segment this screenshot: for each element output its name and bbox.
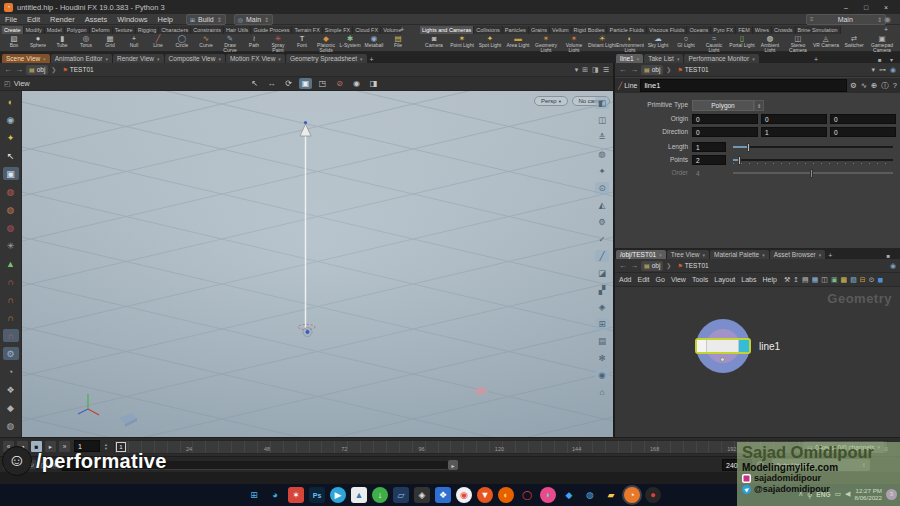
shelf-tab[interactable]: Wires — [753, 26, 772, 34]
photoshop-icon[interactable]: Ps — [309, 487, 325, 503]
shelf-tab[interactable]: Rigid Bodies — [572, 26, 608, 34]
view-tool-icon[interactable]: ⟳ — [282, 78, 295, 89]
param-header-icon[interactable]: ⚙ — [850, 81, 857, 91]
viewport-3d-canvas[interactable] — [22, 91, 613, 437]
new-shelf-tab-button[interactable]: + — [400, 26, 404, 33]
path-node-chip[interactable]: ⚑TEST01 — [59, 65, 96, 75]
path-node-chip[interactable]: ⚑TEST01 — [674, 261, 711, 271]
viewport-tool-icon[interactable]: ⚙ — [3, 347, 19, 360]
param-header-icon[interactable]: ⊕ — [871, 81, 877, 91]
display-option-icon[interactable]: ⊙ — [595, 182, 609, 194]
shelf-tool[interactable]: ≈Caustic Light — [700, 34, 728, 52]
shelf-tab[interactable]: Hair Utils — [224, 26, 251, 34]
param-field-x[interactable]: 0 — [692, 127, 758, 137]
slider-handle[interactable] — [747, 143, 750, 152]
shelf-tool[interactable]: ✶Point Light — [448, 34, 476, 52]
node-flag-left[interactable] — [697, 340, 707, 352]
primitive-type-dropdown[interactable]: Polygon — [692, 100, 754, 111]
shelf-tool[interactable]: ≀Path — [242, 34, 266, 52]
shelf-tab[interactable]: Brine Simulation — [796, 26, 841, 34]
viewport-tool-icon[interactable]: ❖ — [3, 383, 19, 396]
display-option-icon[interactable]: ◫ — [595, 114, 609, 126]
chrome-icon[interactable]: ◉ — [456, 487, 472, 503]
view-tool-icon[interactable]: ◉ — [350, 78, 363, 89]
menu-item[interactable]: Help — [762, 276, 776, 283]
path-bar-icon[interactable]: ◉ — [890, 66, 896, 74]
shelf-tool[interactable]: +Null — [122, 34, 146, 52]
help-icon[interactable]: ◉ — [884, 15, 891, 24]
pane-tab[interactable]: Take List▾ — [644, 54, 683, 63]
path-bar-icon[interactable]: ☰ — [603, 66, 609, 74]
viewport-tool-icon[interactable]: ✳ — [3, 239, 19, 252]
shelf-tool[interactable]: ∿Curve — [194, 34, 218, 52]
chart-app-icon[interactable]: ▲ — [351, 487, 367, 503]
idm-icon[interactable]: ↓ — [372, 487, 388, 503]
pane-tab[interactable]: Tree View▾ — [667, 250, 709, 259]
param-field-y[interactable]: 0 — [761, 114, 827, 124]
tab-menu-icon[interactable]: ▾ — [762, 252, 765, 258]
main-selector[interactable]: ◎ Main ⇕ — [234, 14, 273, 25]
viewport-tool-icon[interactable]: ◔ — [3, 365, 19, 378]
shelf-tool[interactable]: ✶Volume Light — [560, 34, 588, 52]
menu-item[interactable]: Edit — [637, 276, 649, 283]
display-option-icon[interactable]: ◧ — [595, 97, 609, 109]
node-display-flag[interactable] — [739, 340, 749, 352]
param-field-z[interactable]: 0 — [830, 127, 896, 137]
forward-icon[interactable]: → — [630, 65, 638, 74]
shelf-tool[interactable]: ▮Tube — [50, 34, 74, 52]
param-field-y[interactable]: 1 — [761, 127, 827, 137]
param-field-x[interactable]: 0 — [692, 114, 758, 124]
shelf-tool[interactable]: ✶Geometry Light — [532, 34, 560, 52]
pane-menu-icon[interactable]: ▾ — [890, 56, 893, 63]
close-button[interactable]: × — [876, 1, 896, 13]
network-tool-icon[interactable]: ◫ — [821, 276, 828, 284]
tab-menu-icon[interactable]: ▾ — [157, 56, 160, 62]
display-option-icon[interactable]: ▤ — [595, 335, 609, 347]
scene-viewport[interactable]: Persp▾ No cam▾ ◧◫≙◍✦⊙◭⚙✓╱◪▞◈⊞▤✻◉⌂ — [22, 91, 613, 437]
pane-tab[interactable]: Composite View▾ — [165, 54, 225, 63]
tab-menu-icon[interactable]: ▾ — [703, 252, 706, 258]
menu-item[interactable]: Go — [656, 276, 665, 283]
shelf-tab[interactable]: Volume — [381, 26, 402, 34]
defender-icon[interactable]: ◈ — [414, 487, 430, 503]
shelf-tool[interactable]: ✱L-System — [338, 34, 362, 52]
view-tool-icon[interactable]: ▣ — [299, 78, 312, 89]
view-tool-icon[interactable]: ⊘ — [333, 78, 346, 89]
shelf-tab[interactable]: Cloud FX — [353, 26, 381, 34]
record-app-icon[interactable]: ● — [645, 487, 661, 503]
shelf-tool[interactable]: ◐Environment Light — [616, 34, 644, 52]
display-option-icon[interactable]: ▞ — [595, 284, 609, 296]
shelf-tab[interactable]: Model — [45, 26, 65, 34]
opera-icon[interactable]: ◯ — [519, 487, 535, 503]
shelf-tab[interactable]: Guide Process — [251, 26, 292, 34]
slider-handle[interactable] — [738, 156, 741, 165]
shelf-tab[interactable]: Texture — [113, 26, 136, 34]
menu-item[interactable]: Tools — [692, 276, 708, 283]
network-tool-icon[interactable]: ▩ — [841, 276, 848, 284]
path-bar-icon[interactable]: ▾ — [575, 66, 579, 74]
shelf-tab[interactable]: Terrain FX — [292, 26, 322, 34]
red-app-icon[interactable]: ✶ — [288, 487, 304, 503]
line-node[interactable] — [695, 338, 751, 354]
param-header-icon[interactable]: ⓘ — [881, 81, 889, 91]
pane-tab[interactable]: Performance Monitor▾ — [684, 54, 758, 63]
network-tool-icon[interactable]: ▧ — [850, 276, 857, 284]
path-node-chip[interactable]: ⚑TEST01 — [674, 65, 711, 75]
display-option-icon[interactable]: ◈ — [595, 301, 609, 313]
tab-menu-icon[interactable]: ▾ — [752, 56, 755, 62]
display-option-icon[interactable]: ✓ — [595, 233, 609, 245]
tab-menu-icon[interactable]: ▾ — [819, 252, 822, 258]
pane-tab[interactable]: Geometry Spreadsheet▾ — [286, 54, 367, 63]
shelf-tool[interactable]: ✦Spot Light — [476, 34, 504, 52]
forward-icon[interactable]: → — [15, 65, 23, 74]
pane-tab[interactable]: Animation Editor▾ — [51, 54, 112, 63]
shelf-tool[interactable]: ▣Gamepad Camera — [868, 34, 896, 52]
path-bar-icon[interactable]: ⊞ — [582, 66, 588, 74]
viewport-tool-icon[interactable]: ◍ — [3, 203, 19, 216]
shelf-tool[interactable]: ▬Area Light — [504, 34, 532, 52]
path-root-chip[interactable]: ▤obj — [26, 65, 48, 75]
view-tool-icon[interactable]: ◳ — [316, 78, 329, 89]
shelf-tool[interactable]: ▤File — [386, 34, 410, 52]
maximize-button[interactable]: □ — [856, 1, 876, 13]
param-slider[interactable] — [733, 146, 893, 148]
